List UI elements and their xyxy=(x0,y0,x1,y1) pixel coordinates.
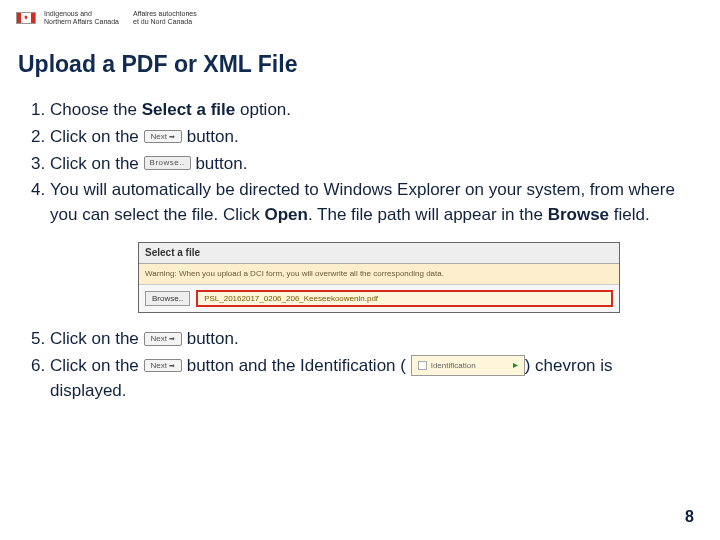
next-button-inline-3: Next xyxy=(144,359,182,373)
dept-fr-line1: Affaires autochtones xyxy=(133,10,197,18)
step-5: Click on the Next button. xyxy=(50,327,684,352)
page-title: Upload a PDF or XML File xyxy=(18,51,720,78)
instruction-list: Choose the Select a file option. Click o… xyxy=(30,98,684,403)
browse-button-inline: Browse.. xyxy=(144,156,191,170)
next-button-inline-2: Next xyxy=(144,332,182,346)
chevron-right-icon: ▸ xyxy=(513,358,518,373)
screenshot-browse-button: Browse.. xyxy=(145,291,190,307)
page-number: 8 xyxy=(685,508,694,526)
dept-en-line2: Northern Affairs Canada xyxy=(44,18,119,26)
screenshot-title: Select a file xyxy=(139,243,619,265)
screenshot-browse-row: Browse.. PSL_20162017_0206_206_Keeseekoo… xyxy=(139,285,619,313)
gov-header: Indigenous and Northern Affairs Canada A… xyxy=(0,0,720,25)
screenshot-warning: Warning: When you upload a DCI form, you… xyxy=(139,264,619,285)
identification-chevron: Identification▸ xyxy=(411,355,525,376)
checkbox-icon xyxy=(418,361,427,370)
step-6: Click on the Next button and the Identif… xyxy=(50,354,684,403)
step-2: Click on the Next button. xyxy=(50,125,684,150)
select-file-screenshot: Select a file Warning: When you upload a… xyxy=(138,242,620,314)
next-button-inline: Next xyxy=(144,130,182,144)
dept-en-line1: Indigenous and xyxy=(44,10,119,18)
step-1: Choose the Select a file option. xyxy=(50,98,684,123)
screenshot-filepath: PSL_20162017_0206_206_Keeseekoowenin.pdf xyxy=(196,290,613,308)
dept-fr-line2: et du Nord Canada xyxy=(133,18,197,26)
step-4: You will automatically be directed to Wi… xyxy=(50,178,684,313)
step-3: Click on the Browse.. button. xyxy=(50,152,684,177)
canada-flag-icon xyxy=(16,12,36,24)
department-signature: Indigenous and Northern Affairs Canada A… xyxy=(44,10,197,25)
